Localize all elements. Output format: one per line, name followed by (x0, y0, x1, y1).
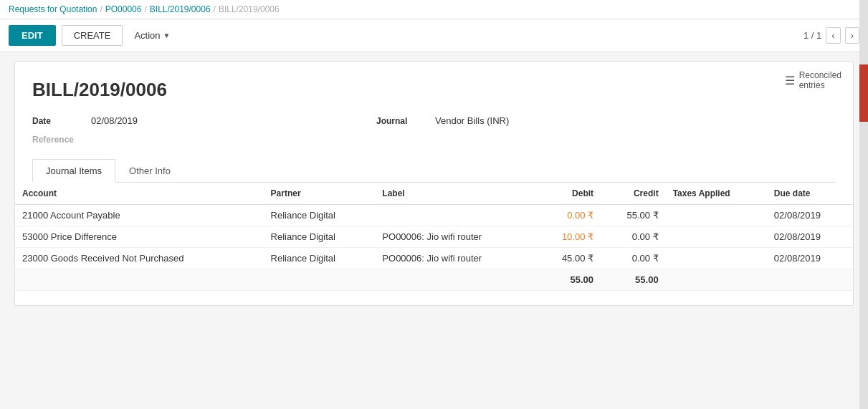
totals-debit: 55.00 (535, 269, 601, 291)
col-account: Account (15, 183, 264, 205)
date-group: Date 02/08/2019 (32, 115, 247, 126)
cell-debit: 0.00 ₹ (535, 205, 601, 226)
breadcrumb: Requests for Quotation / PO00006 / BILL/… (0, 0, 868, 19)
toolbar: EDIT CREATE Action ▼ 1 / 1 ‹ › (0, 19, 868, 52)
table-header-row: Account Partner Label Debit Credit Taxes… (15, 183, 853, 205)
tab-other-info[interactable]: Other Info (115, 159, 184, 183)
prev-button[interactable]: ‹ (826, 27, 840, 44)
cell-account: 23000 Goods Received Not Purchased (15, 248, 264, 269)
cell-taxes (666, 248, 767, 269)
journal-label: Journal (376, 115, 426, 126)
card-footer-space (15, 291, 853, 305)
cell-label: PO00006: Jio wifi router (375, 226, 535, 248)
tabs: Journal Items Other Info (32, 159, 836, 183)
cell-account: 21000 Account Payable (15, 205, 264, 226)
journal-group: Journal Vendor Bills (INR) (376, 115, 735, 126)
breadcrumb-sep-1: / (100, 4, 102, 14)
cell-taxes (666, 205, 767, 226)
journal-value: Vendor Bills (INR) (435, 115, 509, 126)
col-label: Label (375, 183, 535, 205)
totals-spacer-3 (375, 269, 535, 291)
pagination: 1 / 1 ‹ › (803, 27, 859, 44)
cell-due-date: 02/08/2019 (767, 205, 853, 226)
col-due-date: Due date (767, 183, 853, 205)
cell-label (375, 205, 535, 226)
scrollbar-track (859, 0, 868, 314)
table-row[interactable]: 23000 Goods Received Not Purchased Relia… (15, 248, 853, 269)
totals-row: 55.00 55.00 (15, 269, 853, 291)
form-row-reference: Reference (32, 132, 836, 145)
totals-spacer-4 (666, 269, 767, 291)
main-content: ☰ Reconciledentries BILL/2019/0006 Date … (0, 52, 868, 314)
totals-spacer-5 (767, 269, 853, 291)
cell-partner: Reliance Digital (264, 226, 376, 248)
journal-table: Account Partner Label Debit Credit Taxes… (15, 183, 853, 291)
cell-due-date: 02/08/2019 (767, 226, 853, 248)
cell-partner: Reliance Digital (264, 248, 376, 269)
action-caret-icon: ▼ (163, 32, 171, 39)
totals-spacer-2 (264, 269, 376, 291)
table-row[interactable]: 21000 Account Payable Reliance Digital 0… (15, 205, 853, 226)
cell-due-date: 02/08/2019 (767, 248, 853, 269)
reconciled-icon: ☰ (785, 74, 795, 87)
cell-taxes (666, 226, 767, 248)
totals-spacer-1 (15, 269, 264, 291)
create-button[interactable]: CREATE (62, 25, 123, 46)
tab-journal-items[interactable]: Journal Items (32, 159, 115, 183)
cell-label: PO00006: Jio wifi router (375, 248, 535, 269)
breadcrumb-link-rfq[interactable]: Requests for Quotation (9, 4, 97, 14)
col-taxes: Taxes Applied (666, 183, 767, 205)
breadcrumb-sep-3: / (214, 4, 216, 14)
action-label: Action (134, 30, 160, 41)
edit-button[interactable]: EDIT (9, 25, 56, 46)
cell-credit: 55.00 ₹ (601, 205, 666, 226)
table-row[interactable]: 53000 Price Difference Reliance Digital … (15, 226, 853, 248)
date-value: 02/08/2019 (91, 115, 138, 126)
cell-credit: 0.00 ₹ (601, 248, 666, 269)
action-dropdown[interactable]: Action ▼ (134, 30, 170, 41)
bill-card: ☰ Reconciledentries BILL/2019/0006 Date … (14, 61, 854, 306)
card-body: BILL/2019/0006 Date 02/08/2019 Journal V… (15, 62, 853, 183)
reference-label: Reference (32, 135, 74, 145)
breadcrumb-link-bill[interactable]: BILL/2019/0006 (150, 4, 211, 14)
scrollbar-thumb[interactable] (859, 64, 868, 122)
col-debit: Debit (535, 183, 601, 205)
col-partner: Partner (264, 183, 376, 205)
totals-credit: 55.00 (601, 269, 666, 291)
cell-account: 53000 Price Difference (15, 226, 264, 248)
breadcrumb-sep-2: / (144, 4, 146, 14)
col-credit: Credit (601, 183, 666, 205)
date-label: Date (32, 115, 82, 126)
cell-credit: 0.00 ₹ (601, 226, 666, 248)
form-row-date: Date 02/08/2019 Journal Vendor Bills (IN… (32, 115, 836, 126)
reconciled-label: Reconciledentries (799, 70, 841, 90)
cell-debit: 10.00 ₹ (535, 226, 601, 248)
cell-debit: 45.00 ₹ (535, 248, 601, 269)
reconciled-entries-button[interactable]: ☰ Reconciledentries (785, 70, 841, 90)
pagination-text: 1 / 1 (803, 30, 821, 41)
bill-title: BILL/2019/0006 (32, 79, 836, 101)
cell-partner: Reliance Digital (264, 205, 376, 226)
breadcrumb-link-po[interactable]: PO00006 (105, 4, 142, 14)
next-button[interactable]: › (845, 27, 859, 44)
breadcrumb-current: BILL/2019/0006 (219, 4, 280, 14)
reference-group: Reference (32, 132, 247, 145)
